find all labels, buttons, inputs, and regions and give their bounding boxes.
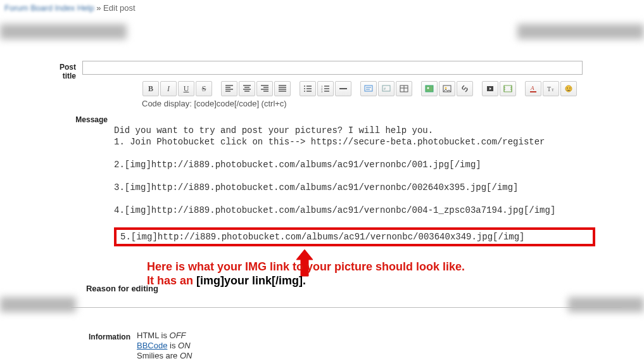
code-button[interactable]: #	[378, 81, 395, 96]
svg-point-0	[304, 86, 305, 87]
svg-point-1	[304, 88, 305, 89]
svg-rect-15	[504, 86, 512, 92]
media-button[interactable]	[500, 81, 516, 96]
info-smilies: Smilies are ON	[137, 351, 192, 361]
annotation-line1: Here is what your IMG link to your pictu…	[147, 260, 465, 274]
message-label: Message	[57, 113, 114, 306]
breadcrumb-parent-link[interactable]: Forum Board Index Help	[4, 3, 94, 13]
svg-point-21	[567, 87, 568, 89]
reason-label: Reason for editing	[32, 284, 158, 293]
image-button[interactable]	[439, 81, 455, 96]
align-center-button[interactable]	[239, 81, 255, 96]
decorative-blur	[0, 297, 76, 312]
video-button[interactable]	[482, 81, 498, 96]
bbcode-help-link[interactable]: BBCode	[137, 341, 167, 350]
post-title-input[interactable]	[82, 61, 583, 75]
align-right-button[interactable]	[256, 81, 273, 96]
annotation-highlight-box: 5.[img]http://i889.photobucket.com/album…	[114, 227, 595, 246]
info-bbcode: BBCode is ON	[137, 341, 192, 351]
svg-point-11	[427, 87, 429, 89]
decorative-blur	[568, 297, 644, 312]
emoji-button[interactable]	[560, 81, 577, 96]
breadcrumb-current: Edit post	[103, 3, 136, 13]
font-color-button[interactable]: A	[525, 81, 541, 96]
svg-text:T: T	[547, 86, 551, 92]
font-size-button[interactable]: TT	[543, 81, 559, 96]
svg-text:A: A	[530, 85, 534, 91]
message-line: 1. Join Photobucket click on this--> htt…	[114, 137, 545, 147]
table-button[interactable]	[396, 81, 412, 96]
editor-toolbar: B I U S 123 #	[142, 81, 583, 96]
decorative-blur	[0, 24, 127, 39]
svg-text:T: T	[552, 88, 554, 92]
link-button[interactable]	[457, 81, 473, 96]
svg-text:3: 3	[321, 90, 323, 93]
information-label: Information	[57, 331, 137, 361]
unordered-list-button[interactable]	[300, 81, 316, 96]
message-line: 5.[img]http://i889.photobucket.com/album…	[120, 232, 525, 242]
decorative-blur	[517, 24, 644, 39]
message-line: 2.[img]http://i889.photobucket.com/album…	[114, 160, 481, 170]
svg-point-2	[304, 91, 305, 92]
underline-button[interactable]: U	[178, 81, 194, 96]
message-line: 4.[img]http://i889.photobucket.com/album…	[114, 205, 555, 215]
annotation-text: Here is what your IMG link to your pictu…	[147, 260, 465, 288]
horizontal-rule-button[interactable]	[335, 81, 351, 96]
align-left-button[interactable]	[221, 81, 237, 96]
image-host-button[interactable]	[421, 81, 438, 96]
svg-point-20	[565, 86, 572, 92]
breadcrumb: Forum Board Index Help » Edit post	[4, 3, 136, 13]
svg-rect-17	[530, 91, 536, 92]
bold-button[interactable]: B	[142, 81, 159, 96]
breadcrumb-sep: »	[96, 3, 103, 13]
svg-text:#: #	[384, 87, 386, 91]
svg-rect-10	[426, 86, 433, 92]
annotation-line2c: .	[303, 274, 306, 287]
message-line: Did you want to try and post your pictur…	[114, 125, 433, 136]
message-line: 3.[img]http://i889.photobucket.com/album…	[114, 182, 519, 193]
info-html: HTML is OFF	[137, 331, 192, 341]
strike-button[interactable]: S	[196, 81, 212, 96]
ordered-list-button[interactable]: 123	[317, 81, 334, 96]
svg-point-22	[569, 87, 571, 89]
post-title-label: Post title	[57, 61, 82, 80]
svg-rect-6	[365, 86, 372, 91]
italic-button[interactable]: I	[160, 81, 177, 96]
annotation-line2b: [img]your link[/img]	[196, 274, 303, 287]
quote-button[interactable]	[360, 81, 377, 96]
code-hint-label: Code display: [code]code[/code] (ctrl+c)	[142, 99, 287, 108]
section-divider	[71, 307, 622, 308]
svg-point-13	[445, 87, 447, 89]
align-justify-button[interactable]	[274, 81, 291, 96]
